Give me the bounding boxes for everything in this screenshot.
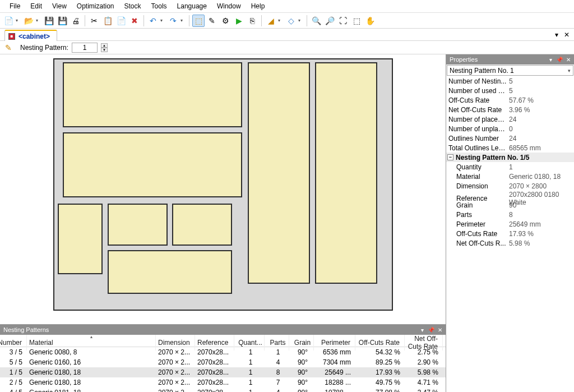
property-value: 17.93 % [509,230,574,238]
tab-menu-icon[interactable]: ▾ [552,31,562,39]
property-value: 5 [509,87,574,95]
panel-close-icon[interactable]: ✕ [436,327,445,333]
zoom-out-icon[interactable]: 🔎 [323,15,336,27]
property-selector[interactable]: Nesting Pattern No. 1 ▾ [447,65,573,76]
run-icon[interactable]: ▶ [233,15,245,27]
nesting-toolbar: ✎ Nesting Pattern: 1 ▲ ▼ [0,41,574,54]
main-layout: Nesting Patterns ▾ 📌 ✕ Number Material▴ … [0,54,574,392]
separator [261,15,262,26]
col-dimension[interactable]: Dimension [156,335,195,351]
save-all-icon[interactable]: 💾 [56,15,68,27]
menu-window[interactable]: Window [212,2,246,10]
cell-reference: 2070x28... [195,368,234,376]
property-group[interactable]: − Nesting Pattern No. 1/5 [446,153,574,162]
part[interactable] [315,62,377,284]
cell-grain: 90° [289,358,314,366]
new-file-icon[interactable]: 📄 [2,15,15,27]
col-reference[interactable]: Reference [195,335,234,351]
layers-dropdown-icon[interactable]: ▾ [278,18,284,23]
property-row: Number of used P...5 [446,86,574,95]
paste-icon[interactable]: 📄 [115,15,127,27]
part[interactable] [58,204,103,274]
part[interactable] [108,250,232,294]
col-quantity[interactable]: Quant... [234,335,265,351]
menu-view[interactable]: View [47,2,72,10]
cell-offcuts: 77.08 % [355,389,405,392]
panel-close-icon[interactable]: ✕ [564,57,573,63]
menu-tools[interactable]: Tools [146,2,172,10]
col-material[interactable]: Material▴ [27,335,156,351]
property-key: Quantity [456,163,509,171]
col-perimeter[interactable]: Perimeter [314,335,355,351]
menu-file[interactable]: File [4,2,25,10]
part[interactable] [108,204,168,246]
menu-optimization[interactable]: Optimization [72,2,119,10]
redo-dropdown-icon[interactable]: ▾ [180,18,186,23]
part[interactable] [172,204,232,246]
panel-menu-icon[interactable]: ▾ [418,327,427,333]
cell-netoffcuts: 5.98 % [405,368,443,376]
nesting-canvas[interactable] [0,54,446,324]
gear-icon[interactable]: ⚙ [219,15,232,27]
table-row[interactable]: 2 / 5Generic 0180, 182070 × 2...2070x28.… [0,377,446,388]
zoom-in-icon[interactable]: 🔍 [310,15,322,27]
undo-dropdown-icon[interactable]: ▾ [160,18,166,23]
edit-icon[interactable]: ✎ [206,15,218,27]
property-key: Net Off-Cuts Rate [448,106,509,114]
property-value: 8 [509,211,574,219]
property-key: Number of unplac... [448,125,509,133]
table-row[interactable]: 5 / 5Generic 0160, 162070 × 2...2070x28.… [0,357,446,367]
undo-icon[interactable]: ↶ [147,15,159,27]
pan-icon[interactable]: ✋ [364,15,376,27]
print-icon[interactable]: 🖨 [70,15,82,27]
delete-icon[interactable]: ✖ [128,15,141,27]
cut-icon[interactable]: ✂ [88,15,100,27]
redo-icon[interactable]: ↷ [167,15,179,27]
col-grain[interactable]: Grain [289,335,314,351]
panel-pin-icon[interactable]: 📌 [427,327,436,333]
zoom-fit-icon[interactable]: ⛶ [337,15,349,27]
stack-icon[interactable]: ◇ [285,15,297,27]
open-dropdown-icon[interactable]: ▾ [36,18,41,23]
menu-stock[interactable]: Stock [119,2,146,10]
spin-down-icon[interactable]: ▼ [101,48,108,52]
part[interactable] [248,62,310,284]
property-value: 68565 mm [509,144,574,152]
save-icon[interactable]: 💾 [43,15,55,27]
col-parts[interactable]: Parts [265,335,289,351]
menu-help[interactable]: Help [246,2,270,10]
property-row: Outlines Number24 [446,133,574,143]
select-icon[interactable]: ⬚ [192,15,205,27]
stack-dropdown-icon[interactable]: ▾ [298,18,304,23]
spin-up-icon[interactable]: ▲ [101,43,108,48]
table-row[interactable]: 4 / 5Generic 0181, 182070 × 2...2070x28.… [0,388,446,392]
part[interactable] [63,62,242,127]
part[interactable] [63,132,242,197]
table-header: Number Material▴ Dimension Reference Qua… [0,335,446,347]
nesting-pattern-input[interactable]: 1 [72,43,98,53]
new-dropdown-icon[interactable]: ▾ [16,18,21,23]
collapse-icon[interactable]: − [447,154,453,160]
open-icon[interactable]: 📂 [22,15,35,27]
copy-icon[interactable]: 📋 [101,15,114,27]
tab-close-icon[interactable]: ✕ [562,31,572,39]
edit-pattern-icon[interactable]: ✎ [2,41,15,54]
property-row: Total Outlines Len...68565 mm [446,143,574,153]
menu-language[interactable]: Language [172,2,212,10]
cell-netoffcuts: 3.47 % [405,389,443,392]
col-netoffcuts[interactable]: Net Off-Cuts Rate [405,335,443,351]
layers-icon[interactable]: ◢ [265,15,277,27]
zoom-region-icon[interactable]: ⬚ [350,15,363,27]
menu-edit[interactable]: Edit [25,2,47,10]
panel-menu-icon[interactable]: ▾ [546,57,555,63]
col-number[interactable]: Number [0,335,27,351]
property-value: 25649 mm [509,220,574,228]
table-row[interactable]: 1 / 5Generic 0180, 182070 × 2...2070x28.… [0,367,446,377]
property-row: Dimension2070 × 2800 [446,181,574,191]
cell-parts: 8 [265,368,289,376]
tab-cabinet[interactable]: ■ <cabinet> [4,30,57,41]
export-icon[interactable]: ⎘ [246,15,258,27]
panel-pin-icon[interactable]: 📌 [555,57,564,63]
col-offcuts[interactable]: Off-Cuts Rate [355,335,405,351]
property-key: Material [456,173,509,181]
